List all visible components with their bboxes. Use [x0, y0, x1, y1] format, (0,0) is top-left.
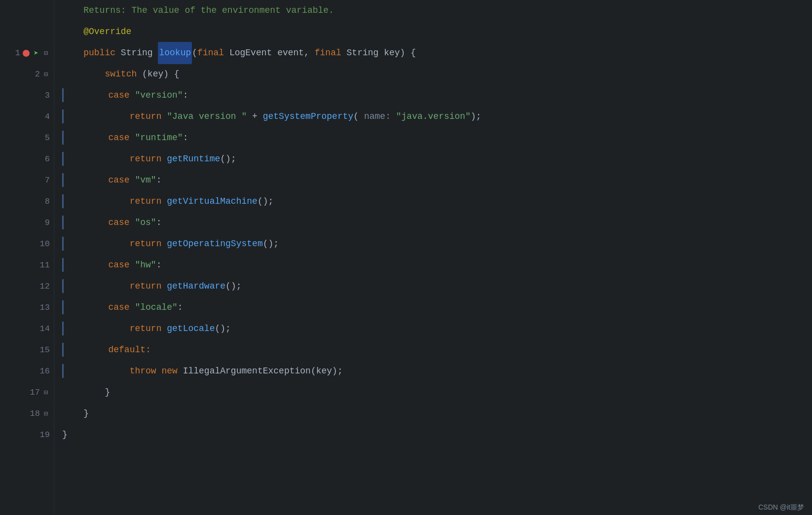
- kw-return-2: return: [130, 148, 167, 170]
- gutter-row-2: 2 ⊟: [0, 64, 54, 85]
- gutter-row-annotation: [0, 21, 54, 42]
- fn-getlocale: getLocale: [167, 318, 215, 339]
- code-line-comment: Returns: The value of the environment va…: [62, 0, 812, 21]
- vbar-9: [62, 255, 66, 276]
- kw-default: default:: [108, 339, 150, 361]
- kw-final-1: final: [197, 42, 229, 64]
- indent-default: [66, 339, 108, 361]
- indent-case-4: [66, 212, 108, 233]
- fold-icon-2[interactable]: ⊟: [42, 71, 50, 78]
- str-java-ver: "Java version ": [167, 106, 247, 127]
- parens-locale: ();: [215, 318, 230, 339]
- indent-ret-4: [66, 233, 130, 255]
- fold-icon-17[interactable]: ⊟: [42, 389, 50, 397]
- fold-icon-1[interactable]: ⊟: [42, 49, 50, 57]
- comment-text: Returns: The value of the environment va…: [62, 0, 334, 21]
- line-num-17: 17: [28, 388, 40, 397]
- fn-gethardware: getHardware: [167, 276, 225, 297]
- line-num-19: 19: [38, 430, 50, 440]
- kw-case-4: case: [108, 212, 135, 233]
- vbar-14: [62, 361, 66, 382]
- kw-switch: switch: [105, 64, 142, 85]
- parens-hw: ();: [225, 276, 241, 297]
- str-os: "os": [135, 212, 156, 233]
- indent-ret-1: [66, 106, 130, 127]
- line-num-14: 14: [38, 324, 50, 333]
- str-runtime: "runtime": [135, 127, 183, 148]
- gutter-row-5: 5: [0, 127, 54, 148]
- line-num-11: 11: [38, 260, 50, 270]
- indent-ret-3: [66, 191, 130, 212]
- code-line-case-vm: case "vm" :: [62, 170, 812, 191]
- code-line-return-vm: return getVirtualMachine ();: [62, 191, 812, 212]
- line-num-10: 10: [38, 239, 50, 249]
- code-line-case-version: case "version" :: [62, 85, 812, 106]
- vbar-7: [62, 212, 66, 233]
- code-line-close-method: }: [62, 403, 812, 424]
- kw-return-1: return: [130, 106, 167, 127]
- code-line-override: @Override: [62, 21, 812, 42]
- close-gsp: );: [471, 106, 481, 127]
- colon-1: :: [183, 85, 188, 106]
- vbar-1: [62, 85, 66, 106]
- gutter-row-3: 3: [0, 85, 54, 106]
- gutter-row-17: 17 ⊟: [0, 382, 54, 403]
- vbar-11: [62, 297, 66, 318]
- indent-switch: [62, 64, 105, 85]
- str-version: "version": [135, 85, 183, 106]
- line-num-3: 3: [38, 91, 50, 100]
- indent-ret-2: [66, 148, 130, 170]
- indent-case-5: [66, 255, 108, 276]
- kw-case-2: case: [108, 127, 135, 148]
- code-line-switch: switch (key) {: [62, 64, 812, 85]
- annotation-override: @Override: [62, 21, 131, 42]
- fn-getsysprop: getSystemProperty: [263, 106, 354, 127]
- code-area: Returns: The value of the environment va…: [54, 0, 812, 515]
- gutter-row-1: 1 ➤ ⊟: [0, 42, 54, 64]
- kw-case-3: case: [108, 170, 135, 191]
- throw-args: (key);: [311, 361, 343, 382]
- indent-case-2: [66, 127, 108, 148]
- line-num-4: 4: [38, 112, 50, 121]
- line-num-7: 7: [38, 176, 50, 185]
- gutter-row-15: 15: [0, 339, 54, 361]
- code-line-return-locale: return getLocale ();: [62, 318, 812, 339]
- line-num-18: 18: [28, 409, 40, 418]
- vbar-10: [62, 276, 66, 297]
- gutter-row-14: 14: [0, 318, 54, 339]
- gutter-row-0: [0, 0, 54, 21]
- code-line-return-version: return "Java version " + getSystemProper…: [62, 106, 812, 127]
- parens-runtime: ();: [220, 148, 236, 170]
- str-java-version: "java.version": [396, 106, 471, 127]
- vbar-4: [62, 148, 66, 170]
- gutter-row-8: 8: [0, 191, 54, 212]
- kw-case-6: case: [108, 297, 135, 318]
- line-number-gutter: 1 ➤ ⊟ 2 ⊟ 3 4 5 6 7 8: [0, 0, 54, 515]
- vbar-3: [62, 127, 66, 148]
- kw-case-1: case: [108, 85, 135, 106]
- bottom-bar-label: CSDN @it噩梦: [758, 503, 804, 511]
- gutter-row-7: 7: [0, 170, 54, 191]
- code-line-return-runtime: return getRuntime ();: [62, 148, 812, 170]
- arrow-icon-1: ➤: [32, 49, 40, 57]
- gutter-row-12: 12: [0, 276, 54, 297]
- code-line-default: default:: [62, 339, 812, 361]
- code-line-method-sig: public String lookup ( final LogEvent ev…: [62, 42, 812, 64]
- kw-throw: throw: [130, 361, 162, 382]
- colon-5: :: [156, 255, 162, 276]
- param-key: key) {: [384, 42, 416, 64]
- indent-ret-5: [66, 276, 130, 297]
- parens-os: ();: [263, 233, 279, 255]
- kw-case-5: case: [108, 255, 135, 276]
- gutter-row-16: 16: [0, 361, 54, 382]
- fold-icon-18[interactable]: ⊟: [42, 410, 50, 418]
- breakpoint-icon-1[interactable]: [22, 49, 30, 57]
- gutter-row-19: 19: [0, 424, 54, 445]
- code-line-throw: throw new IllegalArgumentException (key)…: [62, 361, 812, 382]
- kw-return-5: return: [130, 276, 167, 297]
- str-vm: "vm": [135, 170, 156, 191]
- type-string: String: [121, 42, 158, 64]
- vbar-12: [62, 318, 66, 339]
- code-line-case-os: case "os" :: [62, 212, 812, 233]
- indent-throw: [66, 361, 130, 382]
